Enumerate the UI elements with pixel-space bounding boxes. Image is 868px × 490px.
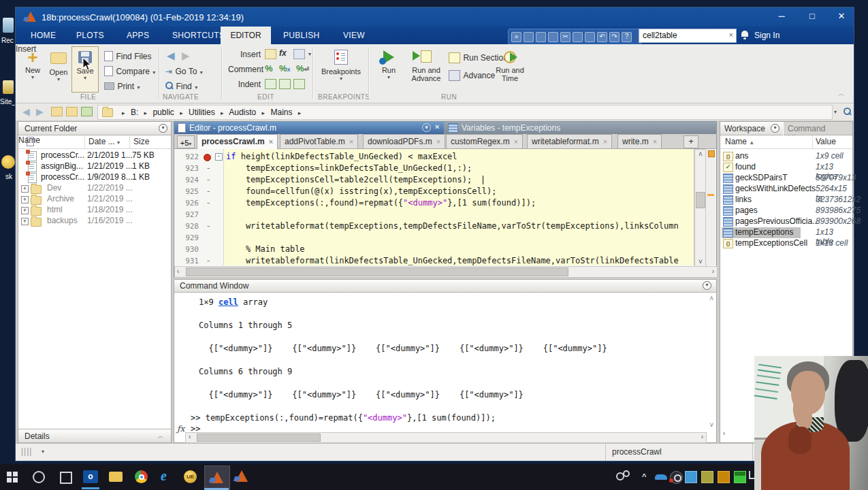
line-number[interactable]: 927 [174,209,199,220]
qat-dropdown-icon[interactable]: ▾ [634,35,637,42]
run-and-advance-button[interactable]: Run and Advance [407,48,445,91]
cmd-scroll-down-icon[interactable]: ˅ [709,421,713,429]
editor-tab[interactable]: customRegex.m× [446,134,523,148]
editor-indicator-column[interactable] [705,149,716,265]
table-row[interactable]: assignBig... 1/21/2019 ... 1 KB [18,161,171,172]
expand-icon[interactable]: + [21,207,29,214]
line-number[interactable]: 929 [174,232,199,244]
shortcut-favorites-icon[interactable]: » [511,32,521,42]
name-column-header[interactable]: Name ▲ [725,137,754,146]
executable-dash[interactable]: - [204,174,212,186]
compare-button[interactable]: Compare ▾ [104,65,155,76]
folder-search-icon[interactable] [81,107,93,116]
fold-icon[interactable]: − [215,153,223,161]
expand-icon[interactable]: + [21,218,29,225]
smart-indent-icon[interactable] [265,79,276,89]
onedrive-icon[interactable] [655,474,667,480]
panel-menu-icon[interactable]: ▾ [159,124,167,133]
date-column-header[interactable]: Date ... ▾ [89,137,120,146]
editor-panel-menu-icon[interactable]: ▾ [422,123,431,132]
paste-icon[interactable] [585,32,595,42]
editor-tab[interactable]: processCrawl.m× [197,134,278,149]
forward-button[interactable]: ▶ [182,50,190,62]
sign-in-link[interactable]: Sign In [754,31,779,40]
vscroll-thumb[interactable] [696,192,705,208]
scroll-right-icon[interactable]: › [701,433,703,440]
scroll-left-icon[interactable]: ‹ [177,267,179,275]
crumb-utilities[interactable]: Utilities [189,108,215,117]
variables-title-bar[interactable]: Variables - tempExceptions [444,122,716,134]
column-divider[interactable] [812,135,813,148]
matlab-taskbar-active[interactable] [204,466,230,490]
indicator-mark-icon[interactable] [707,194,714,196]
tab-editor[interactable]: EDITOR [221,27,271,44]
tab-view[interactable]: VIEW [343,31,365,40]
column-divider[interactable] [84,135,85,148]
internet-explorer-icon[interactable]: e [161,468,167,484]
maximize-button[interactable]: □ [802,11,822,21]
open-button[interactable]: Open ▾ [47,48,70,91]
collapse-details-icon[interactable]: ︿ [157,431,164,441]
table-row[interactable]: + html 1/18/2019 ... [18,205,171,216]
tab-close-icon[interactable]: × [653,137,657,146]
layout-dropdown-icon[interactable]: ▾ [42,448,44,455]
tray-expand-icon[interactable]: ^ [642,472,646,480]
tray-app-olive-icon[interactable] [701,471,713,483]
goto-button[interactable]: ⇥ Go To ▾ [165,65,203,77]
insert-dropdown-icon[interactable]: ▾ [308,51,311,57]
desktop-icon-skype[interactable]: sk [0,155,16,188]
search-input[interactable]: cell2table [643,31,677,40]
nav-back-icon[interactable]: ◀ [22,106,30,117]
line-number[interactable]: 924 [174,174,199,186]
ultraedit-icon[interactable]: UE [184,470,197,483]
tab-publish[interactable]: PUBLISH [283,31,319,40]
tab-close-icon[interactable]: × [349,137,353,146]
table-row selected[interactable]: tempExceptions 1x13 table [720,227,852,238]
editor-tab[interactable]: addPivotTable.m× [280,134,358,148]
clear-search-icon[interactable]: × [729,31,733,39]
indicator-warning-icon[interactable] [708,150,715,157]
scroll-right-icon[interactable]: › [712,267,714,275]
line-number[interactable]: 923 [174,163,199,174]
search-folder-icon[interactable] [843,108,851,115]
line-number[interactable]: 925 [174,186,199,197]
tab-close-icon[interactable]: × [603,137,607,146]
cmd-hscrollbar[interactable]: ‹ › [185,432,707,443]
table-row[interactable]: {} ans 1x9 cell [720,151,852,162]
tray-app-orange-icon[interactable] [718,471,730,483]
fx-icon[interactable]: ƒx [177,424,184,434]
start-button[interactable] [7,472,18,483]
value-column-header[interactable]: Value [816,137,836,146]
tray-app-green-icon[interactable] [734,471,746,483]
desktop-icon-site[interactable]: Site_ [0,80,16,113]
new-script-icon[interactable] [524,32,534,42]
breadcrumb-field[interactable]: ▸ B: ▸ public ▸ Utilities ▸ Audisto ▸ Ma… [97,105,833,120]
find-button[interactable]: Find ▾ [165,80,197,92]
line-number[interactable]: 926 [174,197,199,209]
name-column-header[interactable]: Name [18,135,40,145]
close-button[interactable]: ✕ [831,11,852,21]
obs-icon[interactable] [670,471,683,484]
table-row[interactable]: {} tempExceptionsCell 1x13 cell [720,238,852,249]
executable-dash[interactable]: - [204,163,212,174]
table-row[interactable]: + Archive 1/21/2019 ... [18,194,171,205]
line-number[interactable]: 922 [174,151,199,163]
executable-dash[interactable]: - [204,186,212,197]
details-bar[interactable]: Details ︿ [18,429,171,443]
command-history-tab[interactable]: Command History [784,122,852,135]
breakpoints-button[interactable]: Breakpoints ▾ [318,48,364,91]
editor-tab[interactable]: downloadPDFs.m× [363,134,445,148]
address-dropdown-icon[interactable]: ▾ [834,109,837,115]
tab-apps[interactable]: APPS [127,31,149,40]
line-number[interactable]: 928 [174,220,199,232]
table-row[interactable]: geckSDPairsT 507079x13 [720,173,852,184]
scroll-up-icon[interactable]: ˄ [695,150,706,159]
code-area[interactable]: 922 − if height(linkDefectsTable_UnGecke… [174,149,694,265]
table-row[interactable]: links 32373612x2 [720,195,852,206]
executable-dash[interactable]: - [204,220,212,232]
table-row[interactable]: gecksWithLinkDefects 5264x15 ta [720,184,852,195]
uncomment-icon[interactable]: %x [279,63,291,74]
table-row[interactable]: pages 893986x275 [720,206,852,216]
indent-left-icon[interactable] [293,79,305,89]
undo-icon[interactable]: ↶ [597,32,607,42]
